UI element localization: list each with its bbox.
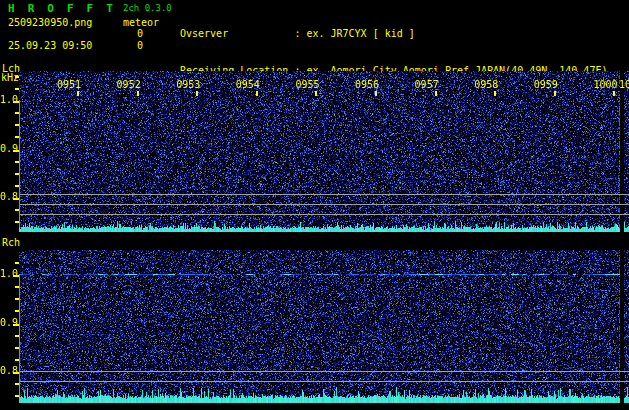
- time-tick-0959: [554, 91, 556, 96]
- time-label-0954: 0954: [236, 79, 260, 90]
- time-label-0952: 0952: [117, 79, 141, 90]
- meteor-counter-label: meteor: [123, 17, 159, 28]
- rch-minor-tick: [15, 359, 19, 361]
- time-tick-0953: [196, 91, 198, 96]
- output-filename: 2509230950.png: [8, 17, 92, 28]
- time-label-0955: 0955: [295, 79, 319, 90]
- rch-freq-tick-0.9: [13, 324, 19, 326]
- lch-minor-tick: [15, 136, 19, 138]
- time-tick-0958: [494, 91, 496, 96]
- time-tick-0951: [77, 91, 79, 96]
- lch-minor-tick: [15, 185, 19, 187]
- time-label-0953: 0953: [176, 79, 200, 90]
- time-label-0951: 0951: [57, 79, 81, 90]
- meteor-count-rch: 0: [137, 40, 143, 51]
- rch-minor-tick: [15, 347, 19, 349]
- rch-minor-tick: [15, 298, 19, 300]
- lch-minor-tick: [15, 88, 19, 90]
- time-label-1000: 1000: [593, 79, 617, 90]
- lch-minor-tick: [15, 161, 19, 163]
- time-label-0956: 0956: [355, 79, 379, 90]
- lch-freq-tick-1.0: [13, 101, 19, 103]
- lch-spectrogram: [19, 71, 629, 232]
- rch-minor-tick: [15, 335, 19, 337]
- time-tick-0957: [435, 91, 437, 96]
- rch-freq-tick-0.8: [13, 372, 19, 374]
- lch-freq-label-0.9: 0.9: [0, 143, 17, 154]
- lch-minor-tick: [15, 76, 19, 78]
- lch-freq-tick-0.9: [13, 150, 19, 152]
- lch-freq-tick-0.8: [13, 198, 19, 200]
- lch-minor-tick: [15, 221, 19, 223]
- lch-minor-tick: [15, 112, 19, 114]
- lch-minor-tick: [15, 173, 19, 175]
- time-tick-0952: [137, 91, 139, 96]
- rch-minor-tick: [15, 262, 19, 264]
- time-tick-0954: [256, 91, 258, 96]
- time-label-0958: 0958: [474, 79, 498, 90]
- rch-freq-label-0.8: 0.8: [0, 365, 17, 376]
- time-label-0957: 0957: [415, 79, 439, 90]
- time-label-partial: 10: [619, 79, 629, 90]
- rch-minor-tick: [15, 310, 19, 312]
- rch-freq-tick-1.0: [13, 275, 19, 277]
- rch-freq-label-1.0: 1.0: [0, 268, 17, 279]
- app-version: 2ch 0.3.0: [123, 3, 172, 13]
- rch-minor-tick: [15, 286, 19, 288]
- time-tick-0956: [375, 91, 377, 96]
- rch-freq-label-0.9: 0.9: [0, 317, 17, 328]
- lch-minor-tick: [15, 124, 19, 126]
- hrofft-screen: H R O F F T 2ch 0.3.0 2509230950.png met…: [0, 0, 629, 410]
- rch-panel-label: Rch: [2, 237, 20, 248]
- meteor-count-lch: 0: [137, 28, 143, 39]
- app-title: H R O F F T: [8, 2, 116, 15]
- rch-minor-tick: [15, 395, 19, 397]
- lch-freq-label-1.0: 1.0: [0, 94, 17, 105]
- time-label-0959: 0959: [534, 79, 558, 90]
- datetime-label: 25.09.23 09:50: [8, 40, 92, 51]
- time-tick-1000: [613, 91, 615, 96]
- lch-freq-label-0.8: 0.8: [0, 191, 17, 202]
- observer-line: Ovserver : ex. JR7CYX [ kid ]: [180, 28, 629, 40]
- rch-minor-tick: [15, 383, 19, 385]
- rch-spectrogram: [19, 250, 629, 403]
- lch-minor-tick: [15, 209, 19, 211]
- time-tick-0955: [315, 91, 317, 96]
